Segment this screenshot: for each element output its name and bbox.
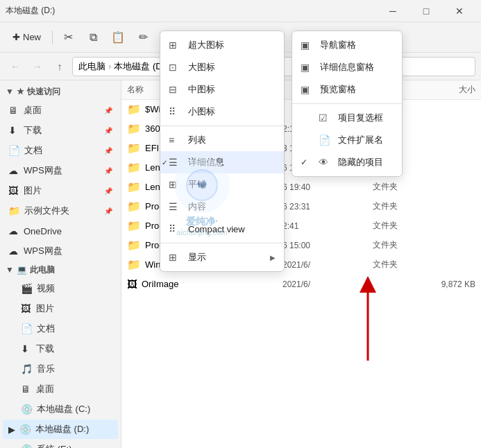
pin-icon-3: 📌 — [104, 147, 112, 155]
menu-item-show[interactable]: ⊞ 显示 ▶ — [160, 246, 284, 268]
tiles-icon: ⊞ — [169, 179, 181, 190]
folder-icon: 📁 — [127, 200, 141, 213]
path-root: 此电脑 — [78, 60, 106, 73]
folder-icon: 📁 — [127, 161, 141, 174]
sidebar-item-wpscloud[interactable]: ☁ WPS网盘 — [3, 241, 118, 261]
forward-button[interactable]: → — [28, 57, 47, 76]
sidebar-item-drive-c[interactable]: 💿 本地磁盘 (C:) — [3, 399, 118, 419]
sidebar-item-videos[interactable]: 🎬 视频 — [3, 279, 118, 298]
medium-icon: ⊟ — [169, 84, 181, 95]
details-icon: ☰ — [169, 157, 181, 168]
window-controls: ─ □ ✕ — [377, 0, 475, 22]
sidebar-item-pc-downloads[interactable]: ⬇ 下载 — [3, 339, 118, 359]
sidebar-item-onedrive[interactable]: ☁ OneDrive — [3, 221, 118, 241]
pin-icon-4: 📌 — [104, 167, 112, 175]
drive-d-icon: 💿 — [19, 424, 31, 435]
video-icon: 🎬 — [21, 283, 33, 294]
menu-separator-2 — [160, 243, 284, 243]
compact-icon: ⠿ — [169, 223, 181, 234]
content-icon: ☰ — [169, 201, 181, 212]
rename-button[interactable]: ✏ — [132, 26, 154, 49]
submenu-item-details-pane[interactable]: ▣ 详细信息窗格 — [292, 56, 402, 78]
toolbar-separator — [52, 31, 53, 44]
submenu-item-hidden[interactable]: ✓ 👁 隐藏的项目 — [292, 151, 402, 173]
folder-icon: 📁 — [8, 205, 20, 216]
menu-item-large-icons[interactable]: ⊡ 大图标 — [160, 56, 284, 78]
maximize-button[interactable]: □ — [410, 0, 442, 22]
quick-access-header[interactable]: ▼ ★ 快速访问 — [0, 83, 121, 100]
sidebar-item-pc-desktop[interactable]: 🖥 桌面 — [3, 379, 118, 399]
sidebar-item-pictures[interactable]: 🖼 图片 📌 — [3, 181, 118, 200]
menu-item-extra-large-icons[interactable]: ⊞ 超大图标 — [160, 34, 284, 56]
sidebar-item-samples[interactable]: 📁 示例文件夹 📌 — [3, 201, 118, 221]
menu-item-content[interactable]: ☰ 内容 — [160, 196, 284, 218]
view-menu: ⊞ 超大图标 ⊡ 大图标 ⊟ 中图标 ⠿ 小图标 ≡ 列表 ✓ ☰ 详细信息 ⊞… — [160, 31, 285, 272]
checkmark-icon: ✓ — [162, 159, 167, 166]
up-button[interactable]: ↑ — [50, 57, 69, 76]
pictures-icon-2: 🖼 — [21, 303, 32, 314]
sidebar-item-downloads[interactable]: ⬇ 下载 📌 — [3, 121, 118, 140]
new-button[interactable]: ✚ New — [6, 26, 48, 49]
sidebar-item-desktop[interactable]: 🖥 桌面 📌 — [3, 101, 118, 120]
submenu-item-nav-pane[interactable]: ▣ 导航窗格 — [292, 34, 402, 56]
sidebar-item-drive-e[interactable]: 💿 系统 (E:) — [3, 440, 118, 448]
submenu-separator — [292, 103, 402, 104]
hidden-icon: 👁 — [319, 157, 331, 168]
details-pane-icon: ▣ — [301, 62, 313, 73]
extensions-icon: 📄 — [319, 135, 331, 146]
download-icon-2: ⬇ — [21, 343, 32, 354]
image-icon: 🖼 — [127, 278, 137, 290]
star-icon: ★ — [17, 87, 24, 96]
file-row[interactable]: 🖼OriImage 2021/6/ 9,872 KB — [121, 275, 481, 294]
menu-item-details[interactable]: ✓ ☰ 详细信息 — [160, 151, 284, 173]
menu-item-list[interactable]: ≡ 列表 — [160, 129, 284, 151]
extra-large-icon: ⊞ — [169, 40, 181, 51]
folder-icon: 📁 — [127, 239, 141, 252]
menu-item-medium-icons[interactable]: ⊟ 中图标 — [160, 78, 284, 101]
sidebar-item-wps[interactable]: ☁ WPS网盘 📌 — [3, 161, 118, 180]
large-icon: ⊡ — [169, 62, 181, 73]
this-pc-header[interactable]: ▼ 💻 此电脑 — [0, 261, 121, 278]
submenu-item-preview-pane[interactable]: ▣ 预览窗格 — [292, 78, 402, 101]
cloud-icon: ☁ — [8, 165, 19, 176]
desktop-icon: 🖥 — [8, 105, 19, 116]
folder-icon: 📁 — [127, 258, 141, 271]
minimize-button[interactable]: ─ — [377, 0, 409, 22]
docs-icon-2: 📄 — [21, 323, 33, 334]
col-size-header: 大小 — [425, 84, 481, 96]
title-text: 本地磁盘 (D:) — [6, 5, 377, 17]
back-button[interactable]: ← — [6, 57, 25, 76]
preview-pane-icon: ▣ — [301, 84, 313, 95]
submenu-item-extensions[interactable]: 📄 文件扩展名 — [292, 129, 402, 151]
sidebar-item-pc-pictures[interactable]: 🖼 图片 — [3, 299, 118, 318]
chevron-right-icon: ▼ — [6, 265, 14, 275]
show-submenu: ▣ 导航窗格 ▣ 详细信息窗格 ▣ 预览窗格 ☑ 项目复选框 📄 文件扩展名 ✓… — [292, 31, 403, 177]
music-icon: 🎵 — [21, 363, 33, 374]
sidebar-item-music[interactable]: 🎵 音乐 — [3, 359, 118, 379]
menu-item-small-icons[interactable]: ⠿ 小图标 — [160, 101, 284, 123]
menu-item-tiles[interactable]: ⊞ 平铺 — [160, 173, 284, 196]
sidebar-item-docs[interactable]: 📄 文档 📌 — [3, 141, 118, 160]
pin-icon-2: 📌 — [104, 127, 112, 135]
paste-button[interactable]: 📋 — [107, 26, 129, 49]
onedrive-icon: ☁ — [8, 225, 19, 236]
folder-icon: 📁 — [127, 122, 141, 135]
sidebar-item-pc-docs[interactable]: 📄 文档 — [3, 319, 118, 338]
menu-item-compact[interactable]: ⠿ Compact view — [160, 218, 284, 240]
wpscloud-icon: ☁ — [8, 245, 19, 257]
close-button[interactable]: ✕ — [444, 0, 475, 22]
folder-icon: 📁 — [127, 219, 141, 232]
drive-e-icon: 💿 — [21, 444, 33, 448]
computer-icon: 💻 — [17, 265, 27, 275]
pin-icon: 📌 — [104, 107, 112, 114]
show-icon: ⊞ — [169, 252, 181, 263]
menu-separator — [160, 126, 284, 126]
cut-button[interactable]: ✂ — [57, 26, 79, 49]
submenu-arrow-icon: ▶ — [270, 254, 276, 261]
folder-icon: 📁 — [127, 180, 141, 193]
new-icon: ✚ — [12, 32, 20, 42]
submenu-item-checkboxes[interactable]: ☑ 项目复选框 — [292, 107, 402, 129]
sidebar-item-drive-d[interactable]: ▶ 💿 本地磁盘 (D:) — [3, 420, 118, 439]
chevron-down-icon: ▼ — [6, 87, 14, 96]
copy-button[interactable]: ⧉ — [82, 26, 104, 49]
